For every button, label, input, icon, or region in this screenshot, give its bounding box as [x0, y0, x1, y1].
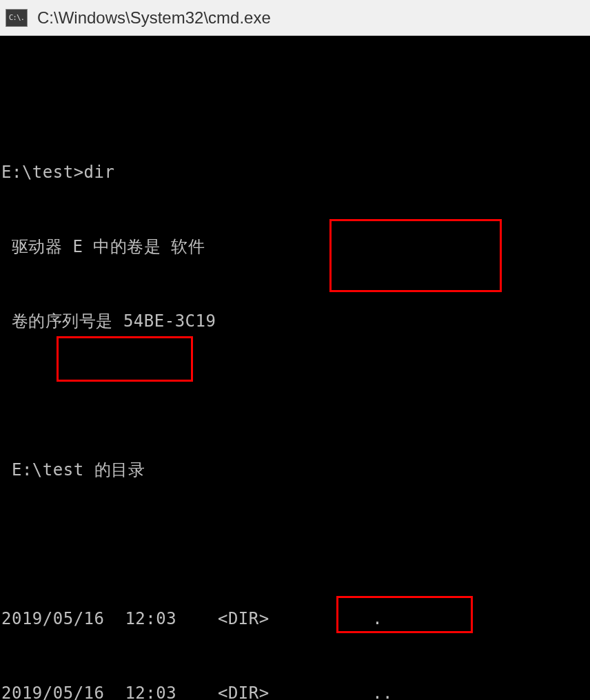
terminal-area[interactable]: E:\test>dir 驱动器 E 中的卷是 软件 卷的序列号是 54BE-3C…	[0, 36, 590, 700]
terminal-line: 2019/05/16 12:03 <DIR> ..	[0, 681, 590, 700]
terminal-line	[0, 383, 590, 408]
terminal-line	[0, 532, 590, 557]
terminal-line	[0, 85, 590, 110]
terminal-line: 2019/05/16 12:03 <DIR> .	[0, 606, 590, 631]
cmd-icon: C:\.	[6, 9, 28, 27]
terminal-line: E:\test 的目录	[0, 457, 590, 482]
window-title: C:\Windows\System32\cmd.exe	[37, 8, 271, 28]
titlebar[interactable]: C:\. C:\Windows\System32\cmd.exe	[0, 0, 590, 36]
highlight-mkdir-command	[57, 336, 193, 382]
terminal-line: 驱动器 E 中的卷是 软件	[0, 234, 590, 259]
terminal-line: 卷的序列号是 54BE-3C19	[0, 309, 590, 333]
terminal-line: E:\test>dir	[0, 160, 590, 185]
